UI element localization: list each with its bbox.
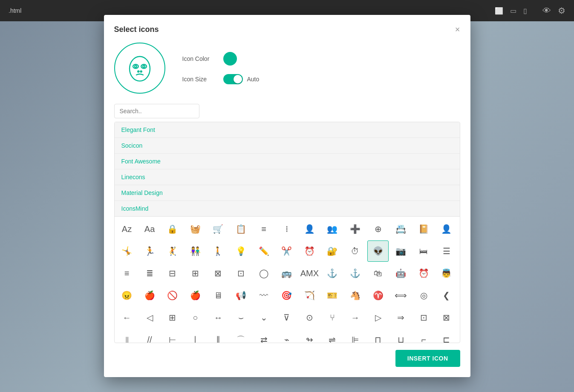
icon-cell[interactable]: ⚓: [344, 263, 366, 284]
icon-cell[interactable]: ✂️: [276, 240, 297, 262]
icon-cell[interactable]: 🚶: [208, 240, 229, 262]
icon-cell[interactable]: ⌁: [276, 329, 297, 343]
icon-cell[interactable]: 🧺: [185, 218, 206, 240]
icon-cell[interactable]: 👼: [436, 263, 457, 284]
icon-cell[interactable]: ≡: [116, 263, 138, 284]
icon-cell[interactable]: 🎯: [276, 285, 297, 306]
icon-cell[interactable]: 🤸: [116, 240, 138, 262]
icon-cell[interactable]: ≡: [253, 218, 274, 240]
icon-panel-scroll[interactable]: Elegant Font Socicon Font Awesome Lineco…: [115, 122, 460, 343]
icon-cell-selected[interactable]: 👽: [367, 240, 389, 262]
font-item-socicon[interactable]: Socicon: [115, 138, 460, 154]
icon-cell[interactable]: ▷: [367, 307, 389, 328]
icon-cell[interactable]: ←: [116, 307, 138, 328]
icon-color-swatch[interactable]: [223, 52, 237, 66]
icon-cell[interactable]: ○: [185, 307, 206, 328]
icon-cell[interactable]: ⊕: [367, 218, 389, 240]
icon-cell[interactable]: ◁: [139, 307, 160, 328]
icon-cell[interactable]: 🍎: [185, 285, 206, 306]
icon-cell[interactable]: ↔: [208, 307, 229, 328]
font-item-iconsmind[interactable]: IconsMind: [115, 201, 460, 216]
icon-cell[interactable]: Aa: [139, 218, 160, 240]
font-item-elegant-font[interactable]: Elegant Font: [115, 122, 460, 138]
icon-cell[interactable]: 🔐: [322, 240, 343, 262]
icon-cell[interactable]: 👤: [299, 218, 320, 240]
icon-cell[interactable]: 👤: [436, 218, 457, 240]
icon-size-toggle[interactable]: [223, 74, 243, 84]
icon-cell[interactable]: 📷: [390, 240, 412, 262]
icon-cell[interactable]: 🚫: [162, 285, 183, 306]
icon-cell[interactable]: ⊢: [162, 329, 183, 343]
icon-cell[interactable]: ⇄: [253, 329, 274, 343]
icon-cell[interactable]: 〰: [253, 285, 274, 306]
icon-cell[interactable]: ⊠: [436, 307, 457, 328]
icon-cell[interactable]: 🚌: [276, 263, 297, 284]
icon-cell[interactable]: 🐴: [344, 285, 366, 306]
icon-cell[interactable]: →: [344, 307, 366, 328]
icon-cell[interactable]: ⊏: [436, 329, 457, 343]
icon-cell[interactable]: 🛍: [367, 263, 389, 284]
icon-cell[interactable]: ⊞: [185, 263, 206, 284]
font-item-linecons[interactable]: Linecons: [115, 169, 460, 185]
icon-cell[interactable]: 👫: [185, 240, 206, 262]
icon-cell[interactable]: ⊽: [276, 307, 297, 328]
icon-cell[interactable]: 🖥: [208, 285, 229, 306]
icon-cell[interactable]: ⌄: [253, 307, 274, 328]
icon-cell[interactable]: 📇: [390, 218, 412, 240]
icon-cell[interactable]: ⊠: [208, 263, 229, 284]
icon-cell[interactable]: ⊔: [390, 329, 412, 343]
modal-close-button[interactable]: ×: [455, 25, 460, 34]
icon-cell[interactable]: ☰: [436, 240, 457, 262]
icon-cell[interactable]: ↬: [299, 329, 320, 343]
icon-cell[interactable]: 😠: [116, 285, 138, 306]
icon-cell[interactable]: ⊡: [413, 307, 434, 328]
icon-cell[interactable]: AMX: [299, 263, 320, 284]
icon-cell[interactable]: ⦀: [116, 329, 138, 343]
search-input[interactable]: [114, 104, 199, 118]
icon-cell[interactable]: ⊟: [162, 263, 183, 284]
icon-cell[interactable]: ⏰: [413, 263, 434, 284]
icon-cell[interactable]: ⊡: [230, 263, 251, 284]
icon-cell[interactable]: ⌒: [230, 329, 251, 343]
icon-cell[interactable]: 👥: [322, 218, 343, 240]
icon-cell[interactable]: ⏰: [299, 240, 320, 262]
icon-cell[interactable]: ⊞: [162, 307, 183, 328]
icon-cell[interactable]: 📋: [230, 218, 251, 240]
icon-cell[interactable]: ⟺: [390, 285, 412, 306]
icon-cell[interactable]: ❮: [436, 285, 457, 306]
icon-cell[interactable]: Az: [116, 218, 138, 240]
font-item-font-awesome[interactable]: Font Awesome: [115, 154, 460, 169]
icon-cell[interactable]: 🛒: [208, 218, 229, 240]
icon-cell[interactable]: ⚓: [322, 263, 343, 284]
icon-cell[interactable]: 🔒: [162, 218, 183, 240]
icon-cell[interactable]: ⁞: [276, 218, 297, 240]
icon-cell[interactable]: 🏹: [299, 285, 320, 306]
icon-cell[interactable]: ⏱: [344, 240, 366, 262]
icon-cell[interactable]: ∣: [185, 329, 206, 343]
icon-cell[interactable]: 📔: [413, 218, 434, 240]
icon-cell[interactable]: ⇌: [322, 329, 343, 343]
icon-cell[interactable]: ∥: [208, 329, 229, 343]
icon-cell[interactable]: ⌣: [230, 307, 251, 328]
icon-cell[interactable]: 💡: [230, 240, 251, 262]
icon-cell[interactable]: 🤾: [162, 240, 183, 262]
icon-cell[interactable]: ⊓: [367, 329, 389, 343]
font-item-material-design[interactable]: Material Design: [115, 185, 460, 201]
icon-cell[interactable]: ≣: [139, 263, 160, 284]
icon-cell[interactable]: ➕: [344, 218, 366, 240]
icon-cell[interactable]: 🏃: [139, 240, 160, 262]
icon-cell[interactable]: ⊫: [344, 329, 366, 343]
icon-cell[interactable]: 🛏: [413, 240, 434, 262]
icon-cell[interactable]: 🤖: [390, 263, 412, 284]
icon-cell[interactable]: ✏️: [253, 240, 274, 262]
icon-cell[interactable]: 🍎: [139, 285, 160, 306]
icon-cell[interactable]: 🎫: [322, 285, 343, 306]
icon-cell[interactable]: //: [139, 329, 160, 343]
icon-cell[interactable]: 📢: [230, 285, 251, 306]
icon-cell[interactable]: ◎: [413, 285, 434, 306]
icon-cell[interactable]: ⑂: [322, 307, 343, 328]
icon-cell[interactable]: ⇒: [390, 307, 412, 328]
icon-cell[interactable]: ⌐: [413, 329, 434, 343]
icon-cell[interactable]: ♈: [367, 285, 389, 306]
icon-cell[interactable]: ◯: [253, 263, 274, 284]
